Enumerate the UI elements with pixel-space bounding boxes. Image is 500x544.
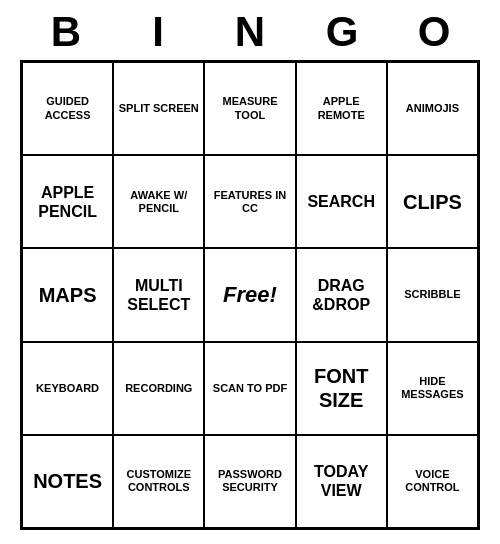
cell-r3-c4: HIDE MESSAGES — [387, 342, 478, 435]
cell-r0-c3: APPLE REMOTE — [296, 62, 387, 155]
cell-r2-c3: DRAG &DROP — [296, 248, 387, 341]
cell-r0-c1: SPLIT SCREEN — [113, 62, 204, 155]
cell-r4-c1: CUSTOMIZE CONTROLS — [113, 435, 204, 528]
cell-r1-c3: SEARCH — [296, 155, 387, 248]
cell-r1-c0: APPLE PENCIL — [22, 155, 113, 248]
cell-r3-c2: SCAN TO PDF — [204, 342, 295, 435]
cell-r4-c3: TODAY VIEW — [296, 435, 387, 528]
cell-r0-c2: MEASURE TOOL — [204, 62, 295, 155]
bingo-grid: GUIDED ACCESSSPLIT SCREENMEASURE TOOLAPP… — [20, 60, 480, 530]
cell-r3-c1: RECORDING — [113, 342, 204, 435]
cell-r2-c1: MULTI SELECT — [113, 248, 204, 341]
cell-r4-c0: NOTES — [22, 435, 113, 528]
cell-r2-c4: SCRIBBLE — [387, 248, 478, 341]
letter-n: N — [220, 8, 280, 56]
letter-g: G — [312, 8, 372, 56]
letter-i: I — [128, 8, 188, 56]
cell-r3-c0: KEYBOARD — [22, 342, 113, 435]
cell-r4-c2: PASSWORD SECURITY — [204, 435, 295, 528]
cell-r1-c4: CLIPS — [387, 155, 478, 248]
cell-r2-c2: Free! — [204, 248, 295, 341]
cell-r4-c4: VOICE CONTROL — [387, 435, 478, 528]
cell-r1-c1: AWAKE W/ PENCIL — [113, 155, 204, 248]
bingo-title: B I N G O — [20, 0, 480, 60]
cell-r0-c4: ANIMOJIS — [387, 62, 478, 155]
cell-r0-c0: GUIDED ACCESS — [22, 62, 113, 155]
letter-b: B — [36, 8, 96, 56]
cell-r2-c0: MAPS — [22, 248, 113, 341]
cell-r1-c2: FEATURES IN CC — [204, 155, 295, 248]
letter-o: O — [404, 8, 464, 56]
cell-r3-c3: FONT SIZE — [296, 342, 387, 435]
